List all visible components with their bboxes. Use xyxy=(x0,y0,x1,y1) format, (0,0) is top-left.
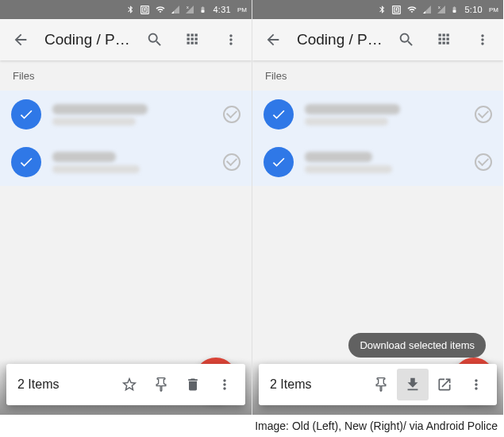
view-grid-button[interactable] xyxy=(179,25,207,54)
file-meta xyxy=(305,152,464,173)
offline-pin-icon[interactable] xyxy=(223,153,240,171)
app-bar: Coding / Progra… xyxy=(252,19,503,60)
status-bar-right: x 5:10PM xyxy=(252,0,503,19)
selection-bar: 2 Items xyxy=(259,364,497,405)
status-ampm: PM xyxy=(489,6,498,14)
nfc-icon xyxy=(140,5,150,15)
wifi-icon xyxy=(155,5,166,14)
star-button[interactable] xyxy=(113,369,145,400)
view-grid-button[interactable] xyxy=(430,25,459,54)
screen-new: x 5:10PM Coding / Progra… Files xyxy=(252,0,503,415)
download-button[interactable] xyxy=(397,369,429,400)
status-ampm: PM xyxy=(237,6,247,14)
file-row[interactable] xyxy=(0,138,252,186)
file-meta xyxy=(52,152,212,173)
nfc-icon xyxy=(391,5,402,15)
signal-1-icon xyxy=(171,5,180,14)
search-button[interactable] xyxy=(392,25,421,54)
pin-button[interactable] xyxy=(145,369,177,400)
offline-pin-icon[interactable] xyxy=(223,106,240,123)
offline-pin-icon[interactable] xyxy=(475,153,492,171)
file-meta xyxy=(52,104,212,126)
file-list xyxy=(0,91,252,186)
file-row[interactable] xyxy=(252,138,503,186)
overflow-menu-button[interactable] xyxy=(460,369,492,400)
selection-count: 2 Items xyxy=(17,377,113,392)
page-title: Coding / Progra… xyxy=(44,31,131,48)
wifi-icon xyxy=(406,5,417,14)
back-button[interactable] xyxy=(6,25,35,54)
signal-2-icon: x xyxy=(185,5,194,14)
content-spacer: 2 Items xyxy=(0,186,252,415)
file-list xyxy=(252,91,503,186)
overflow-menu-button[interactable] xyxy=(217,25,245,54)
overflow-menu-button[interactable] xyxy=(468,25,497,54)
status-time: 5:10 xyxy=(464,5,483,14)
selection-bar: 2 Items xyxy=(6,364,245,405)
selected-check-icon[interactable] xyxy=(264,147,294,177)
svg-text:x: x xyxy=(187,5,189,10)
open-external-button[interactable] xyxy=(429,369,460,400)
selected-check-icon[interactable] xyxy=(11,99,41,130)
page-title: Coding / Progra… xyxy=(297,31,383,48)
offline-pin-icon[interactable] xyxy=(475,106,492,123)
image-caption: Image: Old (Left), New (Right)/ via Andr… xyxy=(0,415,504,437)
bluetooth-icon xyxy=(378,4,387,15)
svg-text:x: x xyxy=(438,5,441,10)
screen-old: x 4:31PM Coding / Progra… Files xyxy=(0,0,252,415)
section-header-files: Files xyxy=(252,60,503,91)
back-button[interactable] xyxy=(259,25,287,54)
pin-button[interactable] xyxy=(365,369,397,400)
selected-check-icon[interactable] xyxy=(11,147,41,177)
signal-1-icon xyxy=(422,5,432,14)
delete-button[interactable] xyxy=(177,369,209,400)
bluetooth-icon xyxy=(126,4,135,15)
overflow-menu-button[interactable] xyxy=(209,369,240,400)
selection-count: 2 Items xyxy=(270,377,365,392)
file-meta xyxy=(305,104,464,126)
file-row[interactable] xyxy=(252,91,503,138)
status-bar-left: x 4:31PM xyxy=(0,0,252,19)
section-header-files: Files xyxy=(0,60,252,91)
status-time: 4:31 xyxy=(213,5,231,14)
content-spacer: Download selected items 2 Items xyxy=(252,186,503,415)
battery-icon xyxy=(199,4,206,15)
file-row[interactable] xyxy=(0,91,252,138)
app-bar: Coding / Progra… xyxy=(0,19,252,60)
selected-check-icon[interactable] xyxy=(264,99,294,130)
battery-icon xyxy=(451,4,458,15)
search-button[interactable] xyxy=(140,25,169,54)
tooltip-download: Download selected items xyxy=(348,333,486,358)
signal-2-icon: x xyxy=(437,5,446,14)
